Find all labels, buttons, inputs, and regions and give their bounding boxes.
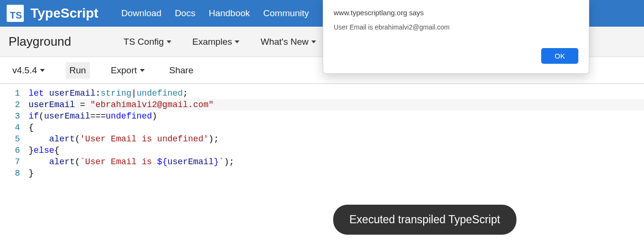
subnav-examples[interactable]: Examples xyxy=(192,37,239,47)
line-number: 2 xyxy=(0,99,20,110)
brand-title: TypeScript xyxy=(30,6,99,21)
chevron-down-icon xyxy=(311,40,316,43)
line-number: 8 xyxy=(0,168,20,179)
line-gutter: 1 2 3 4 5 6 7 8 xyxy=(0,88,29,179)
code-line: { xyxy=(29,122,644,133)
line-number: 3 xyxy=(0,110,20,122)
ok-button[interactable]: OK xyxy=(541,48,578,64)
export-button[interactable]: Export xyxy=(107,62,149,79)
code-line: alert('User Email is undefined'); xyxy=(29,133,644,145)
code-line: let userEmail:string|undefined; xyxy=(29,88,644,99)
code-line: userEmail = "ebrahimalvi2@gmail.com" xyxy=(29,99,644,110)
subnav-tsconfig[interactable]: TS Config xyxy=(124,37,171,47)
line-number: 6 xyxy=(0,145,20,156)
editor[interactable]: 1 2 3 4 5 6 7 8 let userEmail:string|und… xyxy=(0,84,644,179)
chevron-down-icon xyxy=(167,40,171,43)
subnav-tsconfig-label: TS Config xyxy=(124,37,164,47)
line-number: 5 xyxy=(0,133,20,145)
alert-message: User Email is ebrahimalvi2@gmail.com xyxy=(334,23,578,31)
chevron-down-icon xyxy=(235,40,239,43)
share-button[interactable]: Share xyxy=(166,62,198,79)
toast-notification: Executed transpiled TypeScript xyxy=(333,205,516,235)
ts-logo-icon: TS xyxy=(7,5,24,22)
alert-dialog: www.typescriptlang.org says User Email i… xyxy=(323,0,589,74)
version-selector[interactable]: v4.5.4 xyxy=(9,62,49,79)
nav-community[interactable]: Community xyxy=(263,8,309,19)
line-number: 4 xyxy=(0,122,20,133)
code-line: if(userEmail===undefined) xyxy=(29,110,644,122)
page-title: Playground xyxy=(9,34,71,49)
code-line: }else{ xyxy=(29,145,644,156)
line-number: 7 xyxy=(0,156,20,168)
alert-actions: OK xyxy=(334,48,578,64)
chevron-down-icon xyxy=(140,69,145,72)
nav-handbook[interactable]: Handbook xyxy=(208,8,250,19)
chevron-down-icon xyxy=(40,69,45,72)
run-button[interactable]: Run xyxy=(66,62,90,79)
export-label: Export xyxy=(111,65,137,76)
version-label: v4.5.4 xyxy=(12,65,37,76)
line-number: 1 xyxy=(0,88,20,99)
nav-download[interactable]: Download xyxy=(121,8,162,19)
alert-domain-line: www.typescriptlang.org says xyxy=(334,9,578,17)
code-line: } xyxy=(29,168,644,179)
subnav-whatsnew-label: What's New xyxy=(260,37,308,47)
subnav-whatsnew[interactable]: What's New xyxy=(260,37,316,47)
code-line: alert(`User Email is ${userEmail}`); xyxy=(29,156,644,168)
code-area[interactable]: let userEmail:string|undefined; userEmai… xyxy=(29,88,644,179)
subnav-examples-label: Examples xyxy=(192,37,232,47)
nav-docs[interactable]: Docs xyxy=(175,8,195,19)
